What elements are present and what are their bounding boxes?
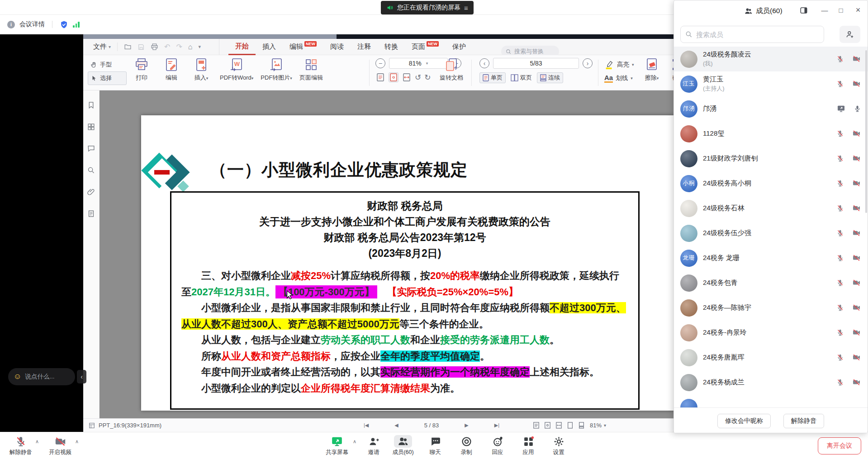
bookmark-icon[interactable] (87, 101, 95, 109)
layout-continuous-icon[interactable] (579, 422, 584, 429)
settings-button[interactable]: 设置 (541, 435, 576, 456)
pdf-tab[interactable]: 保护 (446, 39, 473, 55)
pdf-tab[interactable]: 插入 (256, 39, 283, 55)
member-row[interactable]: 24税务—陈驰宇 (674, 295, 868, 320)
unmute-self-button[interactable]: 解除静音 (783, 414, 824, 428)
first-page-button[interactable]: |◀ (364, 422, 369, 428)
prev-page-button[interactable]: ◀ (394, 422, 398, 428)
pdf-tab[interactable]: 开始 (228, 39, 256, 55)
maximize-button[interactable]: □ (833, 0, 849, 19)
select-tool-button[interactable]: 选择 (88, 71, 127, 85)
members-button[interactable]: 成员(60) (386, 435, 420, 456)
actual-size-icon[interactable] (533, 422, 539, 429)
close-button[interactable]: × (850, 0, 866, 19)
member-row[interactable]: 1128玺 (674, 121, 868, 146)
member-row[interactable]: 24级税务伍少强 (674, 221, 868, 246)
member-row[interactable]: 24税务-冉景玲 (674, 320, 868, 345)
continuous-view-button[interactable]: 连续 (537, 72, 563, 83)
pdf-tab[interactable]: 转换 (378, 39, 405, 55)
share-screen-button[interactable]: 共享屏幕 (320, 435, 354, 456)
file-menu-button[interactable]: 文件 ▾ (83, 43, 117, 51)
chat-button[interactable]: 聊天 (418, 435, 452, 456)
page-edit-button[interactable]: 页面编辑 (299, 57, 323, 82)
member-row[interactable]: 邝湧 邝湧 (674, 96, 868, 121)
save-icon[interactable] (138, 43, 145, 51)
home-icon[interactable]: ⌂ (188, 43, 193, 51)
member-row[interactable]: 24税务唐胤珲 (674, 345, 868, 370)
chat-collapse-handle[interactable]: ‹ (77, 370, 86, 383)
two-page-view-button[interactable]: 双页 (508, 72, 535, 83)
pdf-tab[interactable]: 注释 (351, 39, 378, 55)
member-row[interactable]: 24级税务石林 (674, 196, 868, 221)
zoom-level-field[interactable]: 81%▾ (389, 58, 448, 69)
info-icon[interactable]: i (7, 21, 15, 28)
next-page-button[interactable]: › (583, 58, 593, 68)
video-options-chevron[interactable]: ∧ (75, 439, 79, 445)
edit-button[interactable]: 编辑 (160, 57, 183, 82)
member-row[interactable]: 24税务包青 (674, 270, 868, 295)
next-page-button[interactable]: ▶ (465, 422, 468, 428)
reactions-button[interactable]: 回应 (480, 435, 515, 456)
pdf-to-word-button[interactable]: W PDF转Word▾ (220, 57, 253, 82)
open-folder-icon[interactable] (124, 43, 132, 51)
pdf-tab[interactable]: 编辑 NEW (283, 39, 323, 55)
page-indicator[interactable]: 5 / 83 (424, 422, 439, 429)
undo-icon[interactable]: ↶ (164, 43, 170, 51)
single-page-view-button[interactable]: 单页 (479, 72, 506, 83)
previous-page-button[interactable]: ‹ (479, 58, 489, 68)
pages-icon[interactable] (87, 210, 95, 218)
leave-meeting-button[interactable]: 离开会议 (818, 437, 861, 454)
member-search-box[interactable] (680, 26, 824, 43)
comment-icon[interactable] (87, 145, 95, 152)
redo-icon[interactable]: ↷ (176, 43, 182, 51)
start-video-button[interactable]: 开启视频 (43, 435, 77, 456)
emoji-icon[interactable]: ☺ (14, 372, 21, 381)
network-signal-icon[interactable] (73, 21, 80, 28)
actual-size-button[interactable] (375, 72, 385, 82)
screenshot-button[interactable]: 截图 (667, 57, 674, 82)
last-page-button[interactable]: ▶| (494, 422, 499, 428)
member-row[interactable]: 江玉 黄江玉 (主持人) (674, 71, 868, 96)
pdf-to-image-button[interactable]: PDF转图片▾ (261, 57, 292, 82)
zoom-out-button[interactable]: − (375, 58, 385, 68)
members-list[interactable]: 24级税务颜凌云 (我) 江玉 黄江玉 (主持人) (674, 47, 868, 407)
page-number-field[interactable]: 5/83 (493, 58, 579, 69)
fit-width-icon[interactable] (556, 422, 562, 429)
minimize-button[interactable]: — (817, 0, 832, 19)
add-member-button[interactable] (840, 26, 860, 43)
member-row[interactable]: 小桐 24级税务高小桐 (674, 171, 868, 196)
zoom-indicator[interactable]: 81%▾ (590, 422, 606, 429)
member-row[interactable]: 24税务杨成兰 (674, 370, 868, 395)
panel-dock-icon[interactable] (800, 6, 808, 14)
rotate-left-icon[interactable]: ↺ (415, 73, 421, 82)
member-row[interactable]: 龙珊 24税务 龙珊 (674, 246, 868, 270)
highlight-button[interactable]: 高亮▾ (604, 58, 640, 71)
erase-button[interactable]: 擦除▾ (640, 57, 663, 82)
rotate-document-button[interactable]: 旋转文档 (440, 57, 463, 82)
unmute-button[interactable]: 解除静音 (4, 435, 38, 456)
share-menu-icon[interactable]: ≡ (464, 4, 468, 12)
attachment-icon[interactable] (87, 188, 95, 196)
hand-tool-button[interactable]: 手型 (88, 58, 127, 71)
meeting-details-link[interactable]: 会议详情 (19, 20, 45, 28)
insert-button[interactable]: 插入▾ (190, 57, 213, 82)
panel-scrollbar[interactable] (865, 50, 867, 213)
rename-button[interactable]: 修改会中昵称 (717, 414, 771, 428)
thumbnails-icon[interactable] (87, 123, 95, 131)
fit-page-icon[interactable] (545, 422, 550, 429)
apps-button[interactable]: 应用 (511, 435, 545, 456)
member-row[interactable]: 21级财政学刘唐钊 (674, 146, 868, 171)
record-button[interactable]: 录制 (449, 435, 484, 456)
security-shield-icon[interactable] (60, 20, 68, 29)
pdf-tab[interactable]: 阅读 (323, 39, 351, 55)
member-row[interactable]: 24级税务颜凌云 (我) (674, 47, 868, 71)
fit-width-button[interactable] (402, 72, 412, 82)
chat-quick-input[interactable]: ☺ 说点什么... (8, 368, 75, 385)
print-icon[interactable] (151, 43, 158, 51)
mic-options-chevron[interactable]: ∧ (35, 439, 39, 445)
rotate-right-icon[interactable]: ↻ (424, 73, 431, 82)
layout-single-icon[interactable] (567, 422, 573, 429)
print-button[interactable]: 打印 (130, 57, 153, 82)
fit-page-button[interactable] (389, 72, 398, 82)
member-row[interactable] (674, 395, 868, 407)
